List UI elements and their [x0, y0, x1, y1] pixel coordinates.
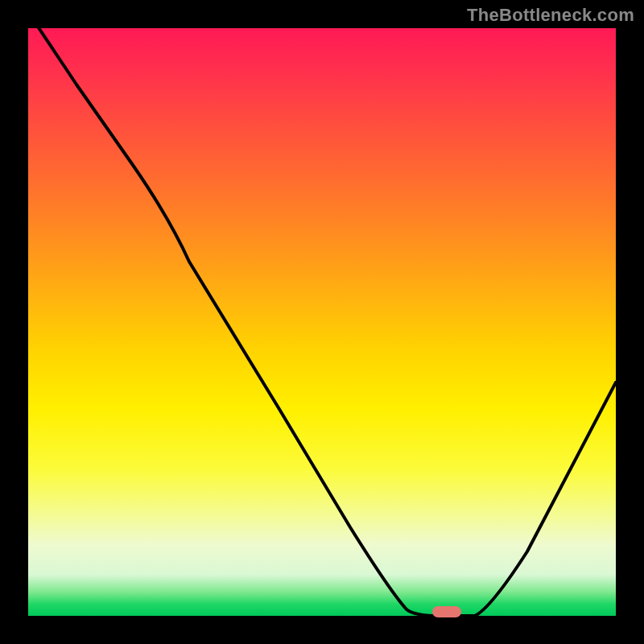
curve-path: [28, 28, 616, 616]
plot-area: [28, 28, 616, 616]
watermark-text: TheBottleneck.com: [467, 5, 634, 26]
bottleneck-curve: [28, 28, 616, 616]
optimal-marker: [432, 606, 461, 617]
chart-frame: TheBottleneck.com: [0, 0, 644, 644]
